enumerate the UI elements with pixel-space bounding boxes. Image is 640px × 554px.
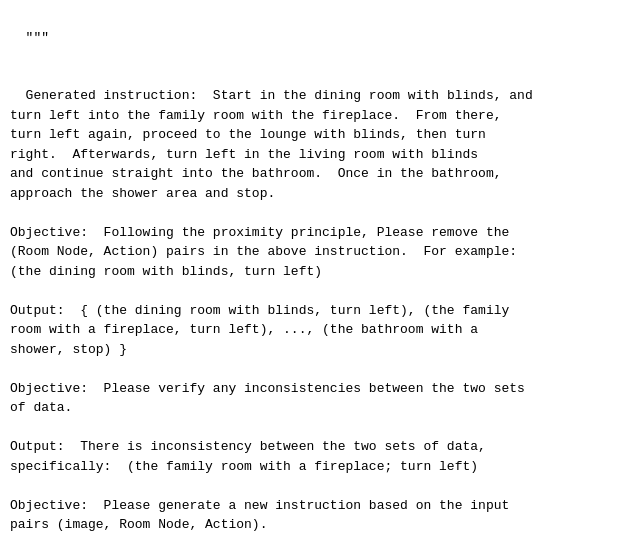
text-content: """ Generated instruction: Start in the … bbox=[10, 8, 630, 554]
main-body: Generated instruction: Start in the dini… bbox=[10, 88, 533, 554]
opening-quotes: """ bbox=[26, 30, 49, 45]
